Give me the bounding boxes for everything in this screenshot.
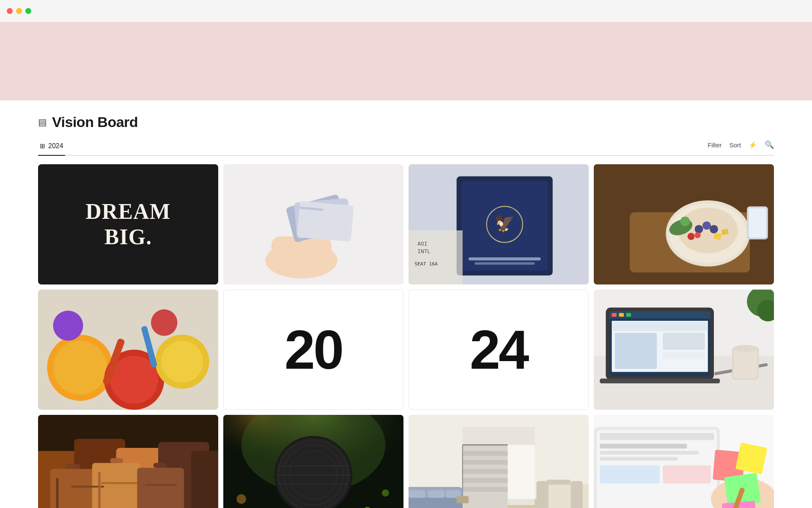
- svg-text:🦅: 🦅: [494, 213, 515, 233]
- gallery-item-number-24[interactable]: 24: [409, 290, 589, 410]
- svg-point-26: [688, 233, 695, 240]
- toolbar-row: ⊞ 2024 Filter Sort ⚡ 🔍: [38, 139, 774, 156]
- hero-banner: [0, 22, 812, 100]
- svg-point-25: [710, 225, 718, 233]
- gallery-item-luggage[interactable]: [38, 415, 218, 508]
- svg-point-63: [734, 345, 757, 352]
- svg-rect-120: [428, 490, 444, 498]
- svg-rect-55: [613, 322, 707, 331]
- gallery-item-notes[interactable]: [594, 415, 774, 508]
- svg-rect-110: [463, 451, 508, 456]
- tab-2024-label: 2024: [48, 142, 63, 150]
- svg-text:INTL: INTL: [417, 248, 431, 254]
- svg-text:AOI: AOI: [417, 240, 427, 247]
- svg-point-101: [382, 489, 389, 497]
- svg-rect-82: [98, 472, 101, 508]
- svg-rect-79: [101, 482, 137, 484]
- tabs: ⊞ 2024: [38, 139, 65, 155]
- gallery-item-paint[interactable]: [38, 290, 218, 410]
- credit-card-svg: [223, 164, 403, 284]
- passport-svg: 🦅 AOI INTL SEAT 16A: [409, 164, 589, 284]
- gallery-item-credit-card[interactable]: [223, 164, 403, 284]
- titlebar: [0, 0, 812, 22]
- gallery-item-passport[interactable]: 🦅 AOI INTL SEAT 16A: [409, 164, 589, 284]
- gallery-item-microphone[interactable]: [223, 415, 403, 508]
- svg-rect-52: [619, 313, 624, 317]
- svg-rect-134: [600, 457, 678, 461]
- svg-rect-81: [56, 478, 59, 508]
- svg-rect-33: [749, 208, 766, 238]
- svg-rect-57: [663, 333, 705, 350]
- svg-rect-135: [600, 465, 660, 483]
- sort-button[interactable]: Sort: [729, 141, 741, 149]
- svg-rect-114: [463, 487, 508, 491]
- svg-rect-112: [463, 469, 508, 474]
- page-title: Vision Board: [52, 114, 138, 130]
- svg-rect-14: [409, 230, 463, 284]
- svg-rect-29: [721, 229, 729, 235]
- paint-svg: [38, 290, 218, 410]
- svg-rect-131: [600, 433, 714, 440]
- search-icon[interactable]: 🔍: [765, 140, 774, 149]
- toolbar-actions: Filter Sort ⚡ 🔍: [708, 140, 774, 154]
- svg-rect-74: [137, 468, 184, 508]
- bolt-icon[interactable]: ⚡: [749, 141, 757, 149]
- svg-point-42: [53, 311, 83, 341]
- svg-point-43: [151, 309, 177, 336]
- minimize-button[interactable]: [16, 8, 22, 14]
- filter-button[interactable]: Filter: [708, 141, 721, 149]
- page-title-row: ▤ Vision Board: [38, 114, 774, 130]
- gallery-item-food-bowl[interactable]: [594, 164, 774, 284]
- gallery-item-room[interactable]: [409, 415, 589, 508]
- svg-rect-122: [457, 496, 469, 503]
- laptop-svg: [594, 290, 774, 410]
- svg-point-31: [680, 217, 690, 226]
- svg-rect-76: [110, 458, 123, 463]
- content-area: ▤ Vision Board ⊞ 2024 Filter Sort ⚡ 🔍 DR…: [0, 100, 812, 508]
- gallery-item-dream-big[interactable]: DREAMBIG.: [38, 164, 218, 284]
- svg-rect-2: [272, 236, 332, 272]
- svg-rect-133: [600, 451, 699, 455]
- food-bowl-svg: [594, 164, 774, 284]
- svg-rect-59: [600, 378, 720, 383]
- gallery-item-laptop[interactable]: [594, 290, 774, 410]
- close-button[interactable]: [7, 8, 13, 14]
- svg-rect-75: [65, 464, 80, 469]
- svg-rect-127: [557, 480, 571, 484]
- luggage-svg: [38, 415, 218, 508]
- svg-rect-13: [475, 262, 535, 265]
- svg-rect-51: [612, 313, 617, 317]
- svg-point-100: [236, 494, 246, 504]
- gallery-item-number-20[interactable]: 20: [223, 290, 403, 410]
- page-title-icon: ▤: [38, 117, 47, 128]
- gallery-grid: DREAMBIG.: [38, 164, 774, 508]
- svg-rect-140: [735, 442, 768, 475]
- microphone-svg: [223, 415, 403, 508]
- svg-rect-113: [463, 478, 508, 483]
- number-24-text: 24: [470, 322, 528, 377]
- number-20-text: 20: [285, 322, 343, 377]
- svg-point-41: [161, 341, 203, 383]
- room-svg: [409, 415, 589, 508]
- notes-svg: [594, 415, 774, 508]
- maximize-button[interactable]: [25, 8, 31, 14]
- tab-grid-icon: ⊞: [40, 142, 45, 150]
- tab-2024[interactable]: ⊞ 2024: [38, 139, 65, 156]
- svg-rect-124: [536, 481, 548, 508]
- svg-point-23: [695, 225, 703, 233]
- svg-rect-53: [626, 313, 631, 317]
- svg-rect-125: [571, 481, 582, 508]
- svg-rect-132: [600, 444, 687, 448]
- svg-rect-71: [191, 451, 218, 508]
- svg-rect-58: [663, 352, 705, 359]
- svg-point-24: [702, 221, 711, 230]
- svg-rect-108: [508, 445, 535, 499]
- svg-rect-80: [145, 484, 176, 486]
- svg-rect-50: [609, 311, 710, 318]
- svg-text:SEAT 16A: SEAT 16A: [414, 261, 438, 267]
- svg-rect-62: [734, 348, 757, 378]
- svg-rect-111: [463, 460, 508, 465]
- dream-big-text: DREAMBIG.: [85, 199, 170, 250]
- svg-rect-77: [154, 463, 167, 468]
- svg-rect-12: [469, 257, 540, 260]
